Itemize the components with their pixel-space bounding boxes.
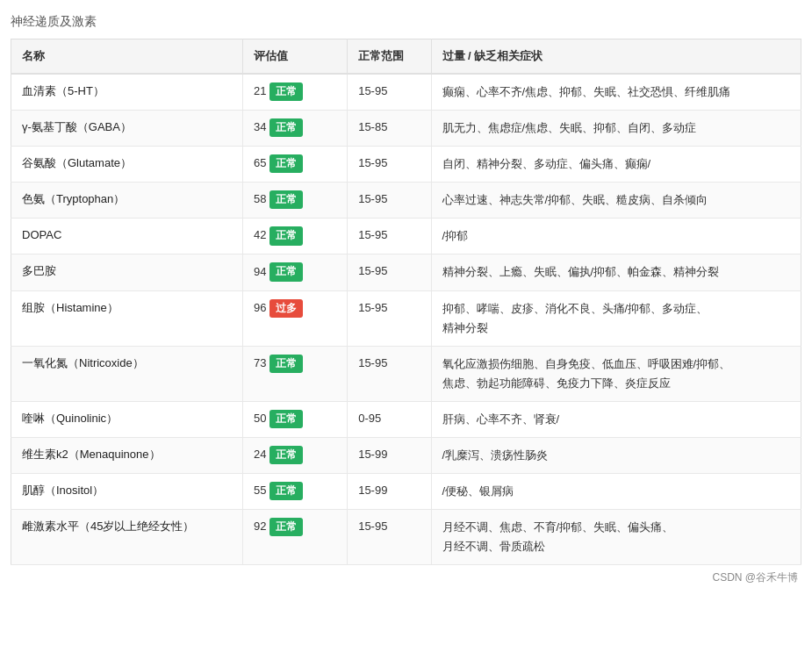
cell-value: 96过多 (242, 290, 347, 346)
value-number: 50 (254, 410, 266, 428)
status-badge: 正常 (269, 482, 303, 500)
cell-name: 喹啉（Quinolinic） (11, 401, 243, 437)
page-title: 神经递质及激素 (11, 14, 801, 30)
cell-value: 24正常 (242, 438, 347, 474)
cell-symptoms: 月经不调、焦虑、不育/抑郁、失眠、偏头痛、月经不调、骨质疏松 (431, 510, 801, 565)
table-row: 雌激素水平（45岁以上绝经女性）92正常15-95月经不调、焦虑、不育/抑郁、失… (11, 510, 801, 565)
cell-symptoms: /乳糜泻、溃疡性肠炎 (431, 438, 801, 474)
cell-value: 34正常 (242, 111, 347, 147)
cell-symptoms: /便秘、银屑病 (431, 474, 801, 510)
cell-symptoms: 自闭、精神分裂、多动症、偏头痛、癫痫/ (431, 147, 801, 183)
cell-name: γ-氨基丁酸（GABA） (11, 111, 243, 147)
cell-range: 15-99 (348, 474, 431, 510)
cell-range: 15-85 (348, 111, 431, 147)
cell-symptoms: /抑郁 (431, 219, 801, 254)
cell-name: DOPAC (11, 219, 243, 254)
cell-symptoms: 氧化应激损伤细胞、自身免疫、低血压、呼吸困难/抑郁、焦虑、勃起功能障碍、免疫力下… (431, 346, 801, 401)
value-number: 92 (254, 518, 266, 536)
cell-symptoms: 肌无力、焦虑症/焦虑、失眠、抑郁、自闭、多动症 (431, 111, 801, 147)
value-number: 96 (254, 299, 266, 318)
cell-name: 谷氨酸（Glutamate） (11, 147, 243, 183)
value-number: 34 (254, 118, 266, 137)
value-number: 58 (254, 190, 266, 209)
cell-value: 50正常 (242, 401, 347, 437)
status-badge: 正常 (269, 410, 303, 428)
value-number: 65 (254, 154, 266, 173)
cell-name: 肌醇（Inositol） (11, 474, 243, 510)
main-table: 名称 评估值 正常范围 过量 / 缺乏相关症状 血清素（5-HT）21正常15-… (11, 39, 801, 565)
cell-value: 55正常 (242, 474, 347, 510)
status-badge: 正常 (269, 190, 303, 209)
table-row: 一氧化氮（Nitricoxide）73正常15-95氧化应激损伤细胞、自身免疫、… (11, 346, 801, 401)
cell-value: 73正常 (242, 346, 347, 401)
cell-name: 色氨（Tryptophan） (11, 183, 243, 219)
cell-range: 15-95 (348, 147, 431, 183)
value-number: 55 (254, 482, 266, 500)
table-row: 色氨（Tryptophan）58正常15-95心率过速、神志失常/抑郁、失眠、糙… (11, 183, 801, 219)
col-header-range: 正常范围 (348, 39, 431, 75)
cell-range: 15-95 (348, 219, 431, 254)
cell-value: 58正常 (242, 183, 347, 219)
value-number: 42 (254, 226, 266, 245)
cell-range: 15-95 (348, 290, 431, 346)
cell-name: 多巴胺 (11, 254, 243, 290)
value-number: 73 (254, 355, 266, 373)
status-badge: 正常 (269, 226, 303, 245)
table-row: 维生素k2（Menaquinone）24正常15-99/乳糜泻、溃疡性肠炎 (11, 438, 801, 474)
col-header-name: 名称 (11, 39, 243, 75)
col-header-symptoms: 过量 / 缺乏相关症状 (431, 39, 801, 75)
value-number: 94 (254, 263, 266, 282)
table-row: DOPAC42正常15-95/抑郁 (11, 219, 801, 254)
table-row: 谷氨酸（Glutamate）65正常15-95自闭、精神分裂、多动症、偏头痛、癫… (11, 147, 801, 183)
status-badge: 正常 (269, 154, 303, 173)
cell-name: 一氧化氮（Nitricoxide） (11, 346, 243, 401)
cell-name: 组胺（Histamine） (11, 290, 243, 346)
header-row: 名称 评估值 正常范围 过量 / 缺乏相关症状 (11, 39, 801, 75)
cell-name: 维生素k2（Menaquinone） (11, 438, 243, 474)
cell-symptoms: 癫痫、心率不齐/焦虑、抑郁、失眠、社交恐惧、纤维肌痛 (431, 74, 801, 111)
cell-symptoms: 肝病、心率不齐、肾衰/ (431, 401, 801, 437)
value-number: 24 (254, 446, 266, 464)
table-row: 多巴胺94正常15-95精神分裂、上瘾、失眠、偏执/抑郁、帕金森、精神分裂 (11, 254, 801, 290)
status-badge: 过多 (269, 299, 303, 318)
cell-value: 21正常 (242, 74, 347, 111)
cell-symptoms: 精神分裂、上瘾、失眠、偏执/抑郁、帕金森、精神分裂 (431, 254, 801, 290)
status-badge: 正常 (269, 82, 303, 101)
cell-range: 15-95 (348, 183, 431, 219)
table-row: γ-氨基丁酸（GABA）34正常15-85肌无力、焦虑症/焦虑、失眠、抑郁、自闭… (11, 111, 801, 147)
table-row: 肌醇（Inositol）55正常15-99/便秘、银屑病 (11, 474, 801, 510)
cell-range: 15-99 (348, 438, 431, 474)
status-badge: 正常 (269, 355, 303, 373)
cell-range: 15-95 (348, 74, 431, 111)
table-row: 组胺（Histamine）96过多15-95抑郁、哮喘、皮疹、消化不良、头痛/抑… (11, 290, 801, 346)
cell-symptoms: 抑郁、哮喘、皮疹、消化不良、头痛/抑郁、多动症、精神分裂 (431, 290, 801, 346)
cell-value: 42正常 (242, 219, 347, 254)
cell-name: 雌激素水平（45岁以上绝经女性） (11, 510, 243, 565)
page-wrapper: 神经递质及激素 名称 评估值 正常范围 过量 / 缺乏相关症状 血清素（5-HT… (0, 0, 812, 645)
table-row: 血清素（5-HT）21正常15-95癫痫、心率不齐/焦虑、抑郁、失眠、社交恐惧、… (11, 74, 801, 111)
table-row: 喹啉（Quinolinic）50正常0-95肝病、心率不齐、肾衰/ (11, 401, 801, 437)
cell-range: 15-95 (348, 254, 431, 290)
cell-value: 65正常 (242, 147, 347, 183)
table-header: 名称 评估值 正常范围 过量 / 缺乏相关症状 (11, 39, 801, 75)
status-badge: 正常 (269, 446, 303, 464)
value-number: 21 (254, 82, 266, 101)
cell-range: 15-95 (348, 346, 431, 401)
cell-range: 15-95 (348, 510, 431, 565)
cell-value: 92正常 (242, 510, 347, 565)
cell-value: 94正常 (242, 254, 347, 290)
col-header-value: 评估值 (242, 39, 347, 75)
cell-symptoms: 心率过速、神志失常/抑郁、失眠、糙皮病、自杀倾向 (431, 183, 801, 219)
table-body: 血清素（5-HT）21正常15-95癫痫、心率不齐/焦虑、抑郁、失眠、社交恐惧、… (11, 74, 801, 565)
status-badge: 正常 (269, 518, 303, 536)
footer-credit: CSDN @谷禾牛博 (11, 565, 801, 587)
status-badge: 正常 (269, 118, 303, 137)
status-badge: 正常 (269, 262, 303, 281)
cell-range: 0-95 (348, 401, 431, 437)
cell-name: 血清素（5-HT） (11, 74, 243, 111)
